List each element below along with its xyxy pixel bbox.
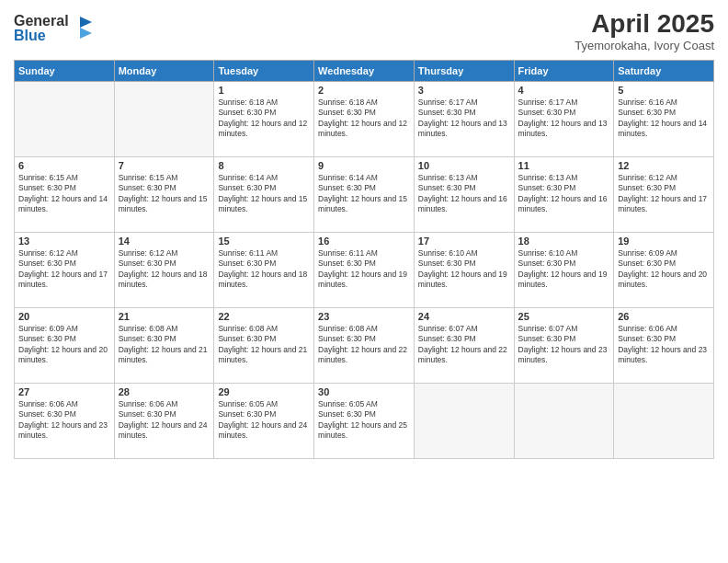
day-number: 2 — [318, 85, 410, 96]
calendar-week-5: 27Sunrise: 6:06 AM Sunset: 6:30 PM Dayli… — [15, 384, 714, 459]
day-number: 28 — [119, 386, 210, 397]
day-info: Sunrise: 6:13 AM Sunset: 6:30 PM Dayligh… — [518, 173, 610, 215]
day-info: Sunrise: 6:07 AM Sunset: 6:30 PM Dayligh… — [418, 324, 510, 366]
calendar-cell: 14Sunrise: 6:12 AM Sunset: 6:30 PM Dayli… — [114, 233, 214, 308]
day-number: 27 — [18, 386, 110, 397]
day-number: 16 — [318, 236, 410, 247]
calendar-cell: 10Sunrise: 6:13 AM Sunset: 6:30 PM Dayli… — [414, 157, 514, 233]
day-number: 17 — [418, 236, 510, 247]
day-info: Sunrise: 6:08 AM Sunset: 6:30 PM Dayligh… — [318, 324, 410, 366]
calendar-cell: 28Sunrise: 6:06 AM Sunset: 6:30 PM Dayli… — [114, 384, 214, 459]
page: General Blue April 2025 Tyemorokaha, Ivo… — [0, 0, 728, 563]
calendar-subtitle: Tyemorokaha, Ivory Coast — [574, 39, 714, 52]
weekday-header-wednesday: Wednesday — [314, 61, 415, 82]
day-number: 26 — [618, 311, 710, 322]
day-number: 19 — [618, 236, 710, 247]
day-info: Sunrise: 6:06 AM Sunset: 6:30 PM Dayligh… — [119, 399, 210, 442]
calendar-cell: 24Sunrise: 6:07 AM Sunset: 6:30 PM Dayli… — [414, 308, 514, 384]
title-block: April 2025 Tyemorokaha, Ivory Coast — [574, 9, 714, 52]
day-info: Sunrise: 6:16 AM Sunset: 6:30 PM Dayligh… — [618, 98, 710, 140]
day-number: 25 — [518, 311, 610, 322]
calendar-week-4: 20Sunrise: 6:09 AM Sunset: 6:30 PM Dayli… — [15, 308, 714, 384]
calendar-cell: 18Sunrise: 6:10 AM Sunset: 6:30 PM Dayli… — [514, 233, 614, 308]
day-info: Sunrise: 6:14 AM Sunset: 6:30 PM Dayligh… — [218, 173, 310, 215]
day-info: Sunrise: 6:12 AM Sunset: 6:30 PM Dayligh… — [18, 248, 110, 291]
calendar-cell: 4Sunrise: 6:17 AM Sunset: 6:30 PM Daylig… — [514, 82, 614, 157]
calendar-cell: 22Sunrise: 6:08 AM Sunset: 6:30 PM Dayli… — [214, 308, 314, 384]
day-number: 14 — [119, 236, 210, 247]
logo: General Blue — [14, 9, 97, 50]
day-info: Sunrise: 6:12 AM Sunset: 6:30 PM Dayligh… — [618, 173, 710, 215]
calendar-cell: 25Sunrise: 6:07 AM Sunset: 6:30 PM Dayli… — [514, 308, 614, 384]
day-info: Sunrise: 6:17 AM Sunset: 6:30 PM Dayligh… — [518, 98, 610, 140]
svg-text:General: General — [14, 13, 69, 29]
weekday-header-tuesday: Tuesday — [214, 61, 314, 82]
weekday-header-row: SundayMondayTuesdayWednesdayThursdayFrid… — [15, 61, 714, 82]
day-info: Sunrise: 6:09 AM Sunset: 6:30 PM Dayligh… — [18, 324, 110, 366]
day-number: 9 — [318, 160, 410, 171]
logo-text: General Blue — [14, 9, 97, 50]
calendar-cell: 19Sunrise: 6:09 AM Sunset: 6:30 PM Dayli… — [614, 233, 714, 308]
calendar-cell: 3Sunrise: 6:17 AM Sunset: 6:30 PM Daylig… — [414, 82, 514, 157]
calendar-cell: 27Sunrise: 6:06 AM Sunset: 6:30 PM Dayli… — [15, 384, 115, 459]
calendar-cell: 30Sunrise: 6:05 AM Sunset: 6:30 PM Dayli… — [314, 384, 415, 459]
calendar-week-3: 13Sunrise: 6:12 AM Sunset: 6:30 PM Dayli… — [15, 233, 714, 308]
day-info: Sunrise: 6:05 AM Sunset: 6:30 PM Dayligh… — [318, 399, 410, 442]
day-number: 20 — [18, 311, 110, 322]
day-number: 30 — [318, 386, 410, 397]
calendar-cell: 7Sunrise: 6:15 AM Sunset: 6:30 PM Daylig… — [114, 157, 214, 233]
calendar-cell: 23Sunrise: 6:08 AM Sunset: 6:30 PM Dayli… — [314, 308, 415, 384]
day-info: Sunrise: 6:11 AM Sunset: 6:30 PM Dayligh… — [218, 248, 310, 291]
day-number: 24 — [418, 311, 510, 322]
weekday-header-sunday: Sunday — [15, 61, 115, 82]
day-info: Sunrise: 6:15 AM Sunset: 6:30 PM Dayligh… — [119, 173, 210, 215]
calendar-week-2: 6Sunrise: 6:15 AM Sunset: 6:30 PM Daylig… — [15, 157, 714, 233]
calendar-cell: 13Sunrise: 6:12 AM Sunset: 6:30 PM Dayli… — [15, 233, 115, 308]
day-number: 6 — [18, 160, 110, 171]
calendar-cell: 12Sunrise: 6:12 AM Sunset: 6:30 PM Dayli… — [614, 157, 714, 233]
day-number: 15 — [218, 236, 310, 247]
day-number: 5 — [618, 85, 710, 96]
calendar-cell: 1Sunrise: 6:18 AM Sunset: 6:30 PM Daylig… — [214, 82, 314, 157]
day-info: Sunrise: 6:18 AM Sunset: 6:30 PM Dayligh… — [218, 98, 310, 140]
calendar-cell: 5Sunrise: 6:16 AM Sunset: 6:30 PM Daylig… — [614, 82, 714, 157]
day-number: 10 — [418, 160, 510, 171]
day-info: Sunrise: 6:10 AM Sunset: 6:30 PM Dayligh… — [518, 248, 610, 291]
day-number: 13 — [18, 236, 110, 247]
day-info: Sunrise: 6:18 AM Sunset: 6:30 PM Dayligh… — [318, 98, 410, 140]
weekday-header-thursday: Thursday — [414, 61, 514, 82]
calendar-cell: 20Sunrise: 6:09 AM Sunset: 6:30 PM Dayli… — [15, 308, 115, 384]
day-number: 21 — [119, 311, 210, 322]
calendar-title: April 2025 — [574, 9, 714, 39]
calendar-cell: 9Sunrise: 6:14 AM Sunset: 6:30 PM Daylig… — [314, 157, 415, 233]
day-info: Sunrise: 6:12 AM Sunset: 6:30 PM Dayligh… — [119, 248, 210, 291]
day-info: Sunrise: 6:10 AM Sunset: 6:30 PM Dayligh… — [418, 248, 510, 291]
day-number: 22 — [218, 311, 310, 322]
day-info: Sunrise: 6:09 AM Sunset: 6:30 PM Dayligh… — [618, 248, 710, 291]
calendar-cell: 21Sunrise: 6:08 AM Sunset: 6:30 PM Dayli… — [114, 308, 214, 384]
day-number: 29 — [218, 386, 310, 397]
calendar-cell — [114, 82, 214, 157]
calendar-cell: 17Sunrise: 6:10 AM Sunset: 6:30 PM Dayli… — [414, 233, 514, 308]
calendar-cell — [414, 384, 514, 459]
calendar-cell: 6Sunrise: 6:15 AM Sunset: 6:30 PM Daylig… — [15, 157, 115, 233]
weekday-header-saturday: Saturday — [614, 61, 714, 82]
calendar-cell: 2Sunrise: 6:18 AM Sunset: 6:30 PM Daylig… — [314, 82, 415, 157]
calendar-cell: 16Sunrise: 6:11 AM Sunset: 6:30 PM Dayli… — [314, 233, 415, 308]
calendar-cell — [514, 384, 614, 459]
day-info: Sunrise: 6:15 AM Sunset: 6:30 PM Dayligh… — [18, 173, 110, 215]
calendar-cell — [614, 384, 714, 459]
day-info: Sunrise: 6:11 AM Sunset: 6:30 PM Dayligh… — [318, 248, 410, 291]
day-info: Sunrise: 6:17 AM Sunset: 6:30 PM Dayligh… — [418, 98, 510, 140]
svg-text:Blue: Blue — [14, 28, 46, 43]
calendar-cell: 11Sunrise: 6:13 AM Sunset: 6:30 PM Dayli… — [514, 157, 614, 233]
calendar-week-1: 1Sunrise: 6:18 AM Sunset: 6:30 PM Daylig… — [15, 82, 714, 157]
calendar-cell: 26Sunrise: 6:06 AM Sunset: 6:30 PM Dayli… — [614, 308, 714, 384]
weekday-header-monday: Monday — [114, 61, 214, 82]
svg-marker-3 — [80, 28, 92, 39]
day-number: 18 — [518, 236, 610, 247]
calendar-table: SundayMondayTuesdayWednesdayThursdayFrid… — [14, 60, 714, 459]
header: General Blue April 2025 Tyemorokaha, Ivo… — [14, 9, 714, 52]
day-number: 1 — [218, 85, 310, 96]
day-number: 4 — [518, 85, 610, 96]
